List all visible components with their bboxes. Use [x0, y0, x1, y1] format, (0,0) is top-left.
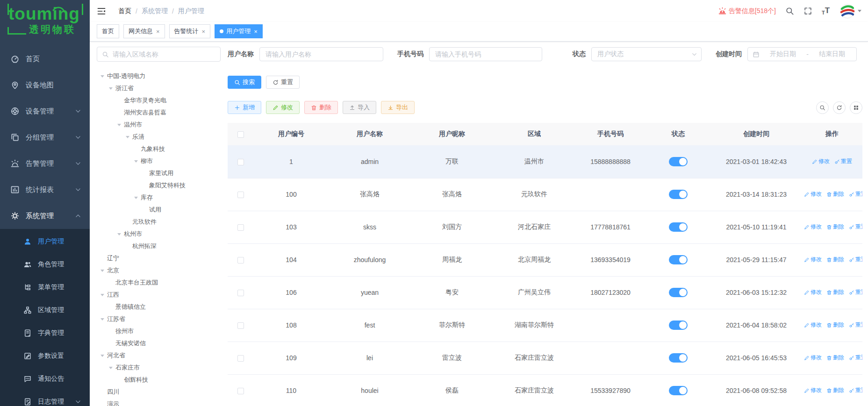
breadcrumb-item[interactable]: 系统管理 [142, 7, 168, 15]
sidebar-item-region-manage[interactable]: 区域管理 [0, 299, 90, 321]
tree-node[interactable]: 温州市 [97, 119, 221, 131]
row-edit-link[interactable]: 修改 [804, 321, 822, 329]
collapse-sidebar-icon[interactable] [97, 7, 106, 16]
avatar[interactable] [840, 4, 855, 19]
tree-node[interactable]: 象阳艾特科技 [97, 179, 221, 192]
tree-node[interactable]: 浙江省 [97, 82, 221, 94]
tree-node[interactable]: 河北省 [97, 349, 221, 362]
tree-node[interactable]: 柳市 [97, 155, 221, 167]
row-delete-link[interactable]: 删除 [826, 321, 844, 329]
row-edit-link[interactable]: 修改 [804, 256, 822, 264]
sidebar-item-device-manage[interactable]: 设备管理 [0, 98, 90, 124]
status-toggle[interactable] [669, 321, 688, 330]
phone-input[interactable] [429, 47, 542, 61]
sidebar-item-dict-manage[interactable]: 字典管理 [0, 321, 90, 344]
row-edit-link[interactable]: 修改 [812, 157, 830, 165]
alarm-info-link[interactable]: 告警信息[518个] [718, 7, 776, 15]
search-icon[interactable] [785, 7, 794, 15]
row-checkbox[interactable] [237, 192, 244, 198]
row-edit-link[interactable]: 修改 [804, 223, 822, 231]
sidebar-item-device-map[interactable]: 设备地图 [0, 72, 90, 98]
tab-gateway-info[interactable]: 网关信息× [123, 24, 165, 38]
status-toggle[interactable] [669, 288, 688, 297]
close-icon[interactable]: × [202, 28, 206, 35]
sidebar-item-group-manage[interactable]: 分组管理 [0, 124, 90, 150]
tree-node[interactable]: 中国-透明电力 [97, 70, 221, 82]
tree-expand-icon[interactable] [100, 355, 104, 357]
tree-node[interactable]: 金华市灵奇光电 [97, 94, 221, 107]
breadcrumb-item[interactable]: 首页 [118, 7, 131, 15]
sidebar-item-user-manage[interactable]: 用户管理 [0, 230, 90, 253]
row-checkbox[interactable] [237, 388, 244, 394]
sidebar-item-report[interactable]: 统计报表 [0, 177, 90, 203]
tree-node[interactable]: 九象科技 [97, 143, 221, 155]
row-edit-link[interactable]: 修改 [804, 190, 822, 198]
add-button[interactable]: 新增 [228, 101, 261, 114]
tree-node[interactable]: 家里试用 [97, 167, 221, 179]
table-columns-button[interactable] [850, 101, 862, 114]
row-checkbox[interactable] [237, 322, 244, 329]
sidebar-item-role-manage[interactable]: 角色管理 [0, 253, 90, 276]
row-delete-link[interactable]: 删除 [826, 256, 844, 264]
tree-expand-icon[interactable] [100, 318, 104, 321]
tree-expand-icon[interactable] [100, 294, 104, 296]
close-icon[interactable]: × [254, 28, 258, 35]
tree-node[interactable]: 无锡安诺信 [97, 337, 221, 349]
region-search-input[interactable] [113, 50, 215, 58]
row-delete-link[interactable]: 删除 [826, 288, 844, 296]
tree-expand-icon[interactable] [126, 136, 129, 138]
row-edit-link[interactable]: 修改 [804, 354, 822, 362]
tab-alarm-stats[interactable]: 告警统计× [169, 24, 211, 38]
tree-node[interactable]: 湖州安吉县哲嘉 [97, 107, 221, 119]
status-toggle[interactable] [669, 353, 688, 363]
row-reset-link[interactable]: 重置 [849, 190, 862, 198]
row-reset-link[interactable]: 重置 [849, 223, 862, 231]
reset-button[interactable]: 重置 [266, 76, 300, 89]
row-checkbox[interactable] [237, 355, 244, 362]
row-edit-link[interactable]: 修改 [804, 386, 822, 394]
tree-node[interactable]: 创辉科技 [97, 374, 221, 386]
table-refresh-button[interactable] [833, 101, 846, 114]
search-button[interactable]: 搜索 [228, 76, 261, 89]
user-name-input[interactable] [259, 47, 383, 61]
sidebar-item-system-manage[interactable]: 系统管理 [0, 203, 90, 229]
row-delete-link[interactable]: 删除 [826, 223, 844, 231]
close-icon[interactable]: × [156, 28, 160, 35]
tree-expand-icon[interactable] [100, 270, 104, 272]
delete-button[interactable]: 删除 [304, 101, 338, 114]
tree-node[interactable]: 乐清 [97, 131, 221, 143]
row-reset-link[interactable]: 重置 [849, 288, 862, 296]
status-toggle[interactable] [669, 255, 688, 264]
status-toggle[interactable] [669, 222, 688, 232]
tree-node[interactable]: 杭州市 [97, 228, 221, 240]
sidebar-item-notice[interactable]: 通知公告 [0, 367, 90, 390]
sidebar-item-home[interactable]: 首页 [0, 46, 90, 72]
status-toggle[interactable] [669, 386, 688, 395]
row-reset-link[interactable]: 重置 [849, 256, 862, 264]
tree-node[interactable]: 试用 [97, 204, 221, 216]
sidebar-item-log-manage[interactable]: 日志管理 [0, 390, 90, 406]
tree-expand-icon[interactable] [109, 367, 113, 369]
tree-node[interactable]: 元玖软件 [97, 216, 221, 228]
tree-expand-icon[interactable] [117, 124, 121, 126]
table-search-toggle-button[interactable] [816, 101, 829, 114]
row-checkbox[interactable] [237, 224, 244, 231]
date-range-picker[interactable]: 开始日期 - 结束日期 [747, 47, 857, 61]
export-button[interactable]: 导出 [381, 101, 415, 114]
tree-node[interactable]: 徐州市 [97, 325, 221, 337]
import-button[interactable]: 导入 [343, 101, 376, 114]
tree-expand-icon[interactable] [117, 233, 121, 235]
status-toggle[interactable] [669, 190, 688, 199]
tree-node[interactable]: 景德镇信立 [97, 301, 221, 313]
status-toggle[interactable] [669, 157, 688, 166]
tree-node[interactable]: 辽宁 [97, 252, 221, 264]
select-all-checkbox[interactable] [237, 131, 244, 138]
tree-expand-icon[interactable] [134, 160, 138, 163]
row-checkbox[interactable] [237, 257, 244, 264]
edit-button[interactable]: 修改 [266, 101, 300, 114]
font-size-icon[interactable]: TT [822, 7, 831, 15]
tree-node[interactable]: 演示 [97, 398, 221, 406]
row-edit-link[interactable]: 修改 [804, 288, 822, 296]
tree-node[interactable]: 北京 [97, 264, 221, 277]
row-delete-link[interactable]: 删除 [826, 190, 844, 198]
